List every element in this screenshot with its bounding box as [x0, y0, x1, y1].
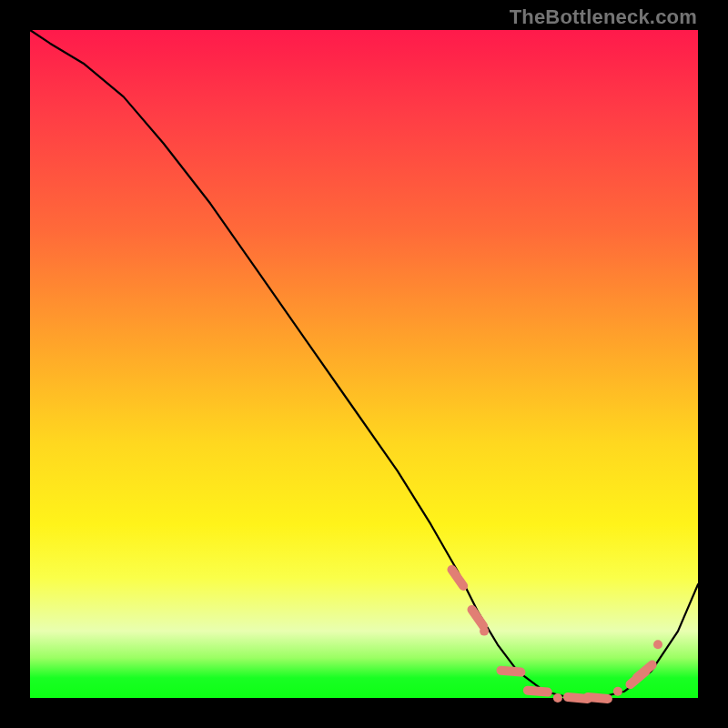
marker-dot: [480, 627, 489, 636]
marker-dash: [472, 610, 484, 626]
trough-markers: [452, 570, 663, 703]
marker-dash: [528, 691, 548, 693]
chart-frame: TheBottleneck.com: [0, 0, 728, 728]
marker-dot: [613, 687, 622, 696]
marker-dot: [553, 693, 562, 703]
marker-dash: [452, 570, 464, 586]
marker-dash: [588, 697, 608, 699]
marker-dot: [653, 640, 662, 649]
marker-dash: [501, 671, 521, 672]
marker-dash: [637, 665, 652, 678]
watermark-text: TheBottleneck.com: [510, 5, 697, 29]
curve-layer: [30, 30, 698, 698]
bottleneck-curve: [30, 30, 698, 698]
